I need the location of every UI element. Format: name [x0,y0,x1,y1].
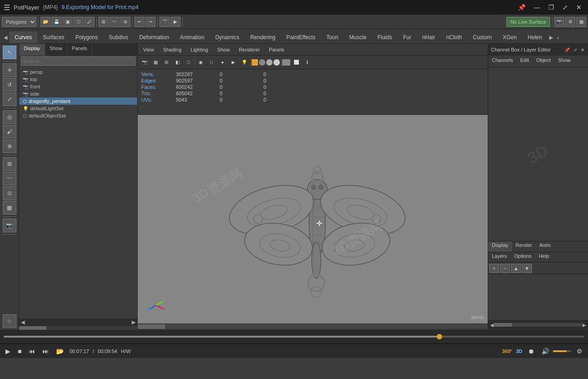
layer-delete-btn[interactable]: − [500,264,510,273]
select-tool-button[interactable]: ↖ [3,46,16,59]
vbs-thumb[interactable] [138,324,165,329]
outliner-hscrollbar[interactable] [19,326,137,330]
tab-xgen[interactable]: XGen [497,31,522,43]
outliner-scroll-left[interactable]: ◀ [21,319,25,325]
open-file-button[interactable]: 📂 [41,17,51,27]
tab-ncloth[interactable]: nCloth [441,31,468,43]
timeline-thumb[interactable] [437,334,442,339]
show-manipulator-button[interactable]: ⊕ [3,139,16,153]
tab-surfaces[interactable]: Surfaces [37,31,70,43]
right-scroll-thumb[interactable] [494,323,512,327]
vt-hud-btn[interactable]: ℹ [302,57,312,67]
tree-item-side[interactable]: 📷 side [19,90,137,97]
vt-color3-btn[interactable] [266,59,273,66]
vt-filmgate-btn[interactable]: ▦ [150,57,160,67]
vt-tex-btn[interactable]: ⬜ [291,57,301,67]
tree-item-objectset[interactable]: ⬡ defaultObjectSet [19,112,137,119]
vt-grid-btn[interactable]: ⊞ [161,57,171,67]
tab-helen[interactable]: Helen [522,31,547,43]
cb-ctrl-expand[interactable]: ⤢ [573,46,578,53]
vt-isolate-btn[interactable]: ◉ [196,57,206,67]
tab-fluids[interactable]: Fluids [372,31,397,43]
vt-wireframe-btn[interactable]: □ [206,57,217,67]
no-live-surface-indicator[interactable]: No Live Surface [506,17,550,27]
mode-3d[interactable]: 3D [516,348,522,354]
history-button[interactable]: ↩ [134,17,144,27]
cb-ctrl-pin[interactable]: 📌 [563,46,571,53]
right-scroll-left[interactable]: ◀ [490,323,494,328]
settings-button[interactable]: ⚙ [575,347,584,356]
cb-tab-show[interactable]: Show [554,56,574,67]
tab-curves[interactable]: Curves [9,31,37,43]
record-button[interactable]: ⏺ [526,347,536,356]
render-seq-button[interactable]: ▶ [170,17,181,27]
vt-camera-btn[interactable]: 📷 [139,57,150,67]
save-file-button[interactable]: 💾 [52,17,62,27]
tab-deformation[interactable]: Deformation [134,31,174,43]
tab-rendering[interactable]: Rendering [245,31,281,43]
hamburger-icon[interactable]: ☰ [4,3,10,12]
snap-to-curve-button[interactable]: 〰 [3,172,16,185]
vt-obj-btn[interactable]: ⬡ [183,57,193,67]
vt-render-btn[interactable]: ▶ [228,57,238,67]
volume-icon[interactable]: 🔊 [540,347,551,356]
tree-item-lightset[interactable]: 💡 defaultLightSet [19,105,137,112]
outliner-hscroll-thumb[interactable] [19,326,46,330]
layer-subtab-help[interactable]: Help [535,252,553,262]
cb-tab-edit[interactable]: Edit [516,56,532,67]
tree-item-front[interactable]: 📷 front [19,83,137,90]
quick-select-button[interactable]: ☆ [3,314,16,328]
snap-to-grid-button[interactable]: ⊞ [3,157,16,171]
tab-toon[interactable]: Toon [321,31,344,43]
outliner-tab-panels[interactable]: Panels [67,44,93,56]
pin-button[interactable]: 📌 [515,3,528,12]
select-button[interactable]: ▣ [62,17,72,27]
layer-move-up-btn[interactable]: ▲ [511,264,521,273]
next-button[interactable]: ⏭ [41,347,51,356]
quality-360[interactable]: 360° [502,348,512,354]
tree-item-persp[interactable]: 📷 persp [19,68,137,76]
layer-tab-display[interactable]: Display [488,241,512,252]
outliner-tab-display[interactable]: Display [19,44,45,56]
tab-custom[interactable]: Custom [468,31,497,43]
move-tool-button[interactable]: ✛ [3,63,16,77]
play-pause-button[interactable]: ▶ [4,347,12,356]
lasso-button[interactable]: ⬡ [73,17,83,27]
polygon-dropdown[interactable]: Polygons [2,17,36,27]
layer-new-btn[interactable]: + [489,264,499,273]
vt-sel-mask-btn[interactable]: ◧ [172,57,182,67]
grid-button[interactable]: ▦ [576,17,586,27]
camera-tools-button[interactable]: 📷 [3,219,16,232]
snap-to-points-button[interactable]: ⊙ [3,186,16,200]
tab-painteffects[interactable]: PaintEffects [281,31,321,43]
prev-button[interactable]: ⏮ [27,347,37,356]
scale-tool-button[interactable]: ⤢ [3,92,16,106]
tree-item-dragonfly[interactable]: ⬡ dragonfly_pendant [19,97,137,105]
snap-curve-button[interactable]: 〰 [109,17,119,27]
viewport-hscrollbar[interactable] [138,323,488,330]
tab-fur[interactable]: Fur [397,31,417,43]
stop-button[interactable]: ■ [16,347,23,356]
tab-polygons[interactable]: Polygons [70,31,103,43]
viewport-menu-renderer[interactable]: Renderer [235,46,263,54]
tab-subdivs[interactable]: Subdivs [103,31,134,43]
timeline-bar[interactable] [4,336,584,338]
viewport-menu-panels[interactable]: Panels [265,46,288,54]
paint-button[interactable]: 🖊 [84,17,94,27]
tree-item-top[interactable]: 📷 top [19,76,137,83]
vt-smooth-btn[interactable]: ● [217,57,227,67]
snap-point-button[interactable]: ⊕ [120,17,130,27]
soft-select-button[interactable]: ◎ [3,110,16,124]
layer-tab-render[interactable]: Render [512,241,536,252]
redo-button[interactable]: ↪ [145,17,155,27]
outliner-tab-show[interactable]: Show [45,44,67,56]
layer-subtab-layers[interactable]: Layers [488,252,511,262]
vt-color2-btn[interactable] [259,59,265,66]
layer-move-down-btn[interactable]: ▼ [522,264,532,273]
tab-nhair[interactable]: nHair [417,31,441,43]
3d-viewport[interactable]: ✛ persp X Y Z 3D资源网 3D资源网 [138,115,488,323]
volume-slider[interactable] [553,350,571,352]
minimize-button[interactable]: — [531,3,543,12]
rotate-tool-button[interactable]: ↺ [3,78,16,92]
paint-weights-button[interactable]: 🖌 [3,125,16,138]
